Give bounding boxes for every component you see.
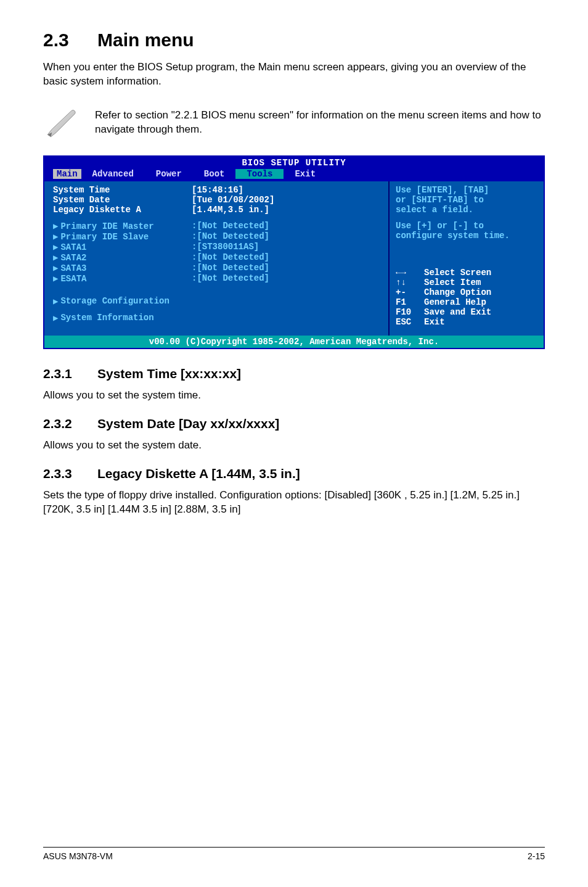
intro-paragraph: When you enter the BIOS Setup program, t…	[43, 60, 545, 89]
bios-submenu-sysinfo[interactable]: ▶System Information	[53, 313, 380, 323]
bios-menu-boot[interactable]: Boot	[193, 169, 236, 179]
bios-menubar: Main Advanced Power Boot Tools Exit	[44, 168, 544, 181]
triangle-icon: ▶	[53, 263, 58, 273]
bios-help-panel: Use [ENTER], [TAB] or [SHIFT-TAB] to sel…	[390, 181, 544, 336]
bios-help-line: configure system time.	[396, 231, 537, 241]
subsection-heading: 2.3.2System Date [Day xx/xx/xxxx]	[43, 416, 545, 431]
triangle-icon: ▶	[53, 274, 58, 284]
subsection-number: 2.3.1	[43, 366, 97, 381]
triangle-icon: ▶	[53, 296, 58, 307]
bios-help-line: or [SHIFT-TAB] to	[396, 195, 537, 205]
bios-device-row[interactable]: ▶Primary IDE Master:[Not Detected]	[53, 221, 380, 231]
bios-device-row[interactable]: ▶SATA3:[Not Detected]	[53, 263, 380, 273]
subsection-title: Legacy Diskette A [1.44M, 3.5 in.]	[97, 466, 300, 481]
bios-submenu-storage[interactable]: ▶Storage Configuration	[53, 296, 380, 307]
subsection-title: System Date [Day xx/xx/xxxx]	[97, 416, 279, 431]
heading-number: 2.3	[43, 30, 97, 51]
note-icon	[43, 105, 80, 141]
triangle-icon: ▶	[53, 221, 58, 231]
bios-field-legacy-diskette[interactable]: Legacy Diskette A [1.44M,3.5 in.]	[53, 205, 380, 215]
bios-field-system-date[interactable]: System Date [Tue 01/08/2002]	[53, 195, 380, 205]
subsection-number: 2.3.3	[43, 466, 97, 481]
subsection-title: System Time [xx:xx:xx]	[97, 366, 241, 381]
subsection-body: Sets the type of floppy drive installed.…	[43, 489, 545, 517]
bios-help-line: select a field.	[396, 205, 537, 215]
bios-screenshot: BIOS SETUP UTILITY Main Advanced Power B…	[43, 155, 545, 349]
subsection-heading: 2.3.3Legacy Diskette A [1.44M, 3.5 in.]	[43, 466, 545, 481]
triangle-icon: ▶	[53, 253, 58, 263]
bios-device-row[interactable]: ▶Primary IDE Slave:[Not Detected]	[53, 231, 380, 242]
triangle-icon: ▶	[53, 313, 58, 323]
footer-right: 2-15	[528, 851, 545, 861]
triangle-icon: ▶	[53, 232, 58, 242]
note-text: Refer to section "2.2.1 BIOS menu screen…	[95, 109, 545, 137]
bios-device-row[interactable]: ▶SATA2:[Not Detected]	[53, 252, 380, 263]
bios-legend: ←→Select Screen ↑↓Select Item +-Change O…	[396, 268, 537, 327]
bios-footer: v00.00 (C)Copyright 1985-2002, American …	[44, 336, 544, 348]
heading-title: Main menu	[97, 30, 194, 50]
bios-menu-tools[interactable]: Tools	[235, 169, 284, 179]
bios-main-panel: System Time [15:48:16] System Date [Tue …	[44, 181, 390, 336]
subsection-body: Allows you to set the system date.	[43, 439, 545, 453]
subsection-number: 2.3.2	[43, 416, 97, 431]
bios-menu-main[interactable]: Main	[53, 169, 81, 179]
bios-device-row[interactable]: ▶SATA1:[ST380011AS]	[53, 242, 380, 252]
subsection-heading: 2.3.1System Time [xx:xx:xx]	[43, 366, 545, 381]
section-heading: 2.3Main menu	[43, 30, 545, 51]
bios-device-row[interactable]: ▶ESATA:[Not Detected]	[53, 273, 380, 284]
bios-menu-exit[interactable]: Exit	[284, 169, 327, 179]
bios-title: BIOS SETUP UTILITY	[44, 157, 544, 168]
page-footer: ASUS M3N78-VM 2-15	[43, 847, 545, 861]
bios-menu-power[interactable]: Power	[145, 169, 193, 179]
bios-help-line: Use [ENTER], [TAB]	[396, 185, 537, 195]
triangle-icon: ▶	[53, 242, 58, 252]
bios-field-system-time[interactable]: System Time [15:48:16]	[53, 185, 380, 195]
footer-left: ASUS M3N78-VM	[43, 851, 113, 861]
bios-menu-advanced[interactable]: Advanced	[81, 169, 145, 179]
subsection-body: Allows you to set the system time.	[43, 389, 545, 403]
note-block: Refer to section "2.2.1 BIOS menu screen…	[43, 105, 545, 141]
bios-help-line: Use [+] or [-] to	[396, 221, 537, 231]
